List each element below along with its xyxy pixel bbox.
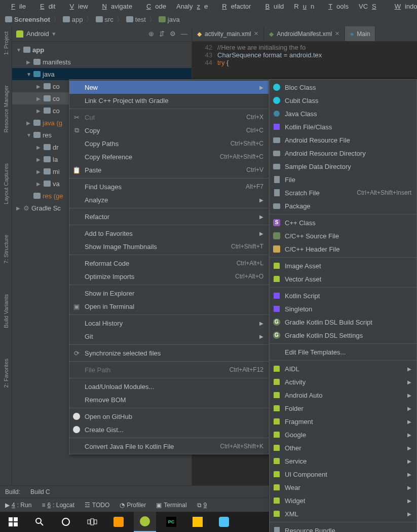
menu-run[interactable]: Run [290,2,318,11]
cortana-button[interactable] [55,512,77,532]
ctx-item-6[interactable]: Copy ReferenceCtrl+Alt+Shift+C [69,150,269,163]
new-item-18[interactable]: Kotlin Script [270,289,416,302]
tool-logcat[interactable]: ≡ 6: Logcat [42,502,74,509]
ctx-item-18[interactable]: Optimize ImportsCtrl+Alt+O [69,270,269,283]
ctx-item-23[interactable]: Local History▶ [69,316,269,330]
tab-manifest[interactable]: ◆AndroidManifest.xml✕ [264,26,345,41]
chevron-down-icon[interactable]: ▾ [52,30,56,38]
target-icon[interactable]: ⊕ [148,30,154,38]
tree-app[interactable]: ▼app [12,44,192,56]
tab-main[interactable]: ●Main [345,26,375,41]
ctx-item-21[interactable]: ▣Open in Terminal [69,300,269,313]
ctx-item-34[interactable]: Create Gist... [69,423,269,436]
ctx-item-20[interactable]: Show in Explorer [69,287,269,300]
ctx-item-17[interactable]: Reformat CodeCtrl+Alt+L [69,257,269,270]
new-item-38[interactable]: Resource Bundle [270,524,416,532]
rail-structure[interactable]: 7: Structure [3,235,9,264]
new-item-27[interactable]: Android Auto▶ [270,388,416,402]
search-button[interactable] [28,512,51,532]
new-item-13[interactable]: C/C++ Header File [270,242,416,256]
rail-project[interactable]: 1: Project [3,31,9,55]
ctx-item-12[interactable]: Refactor▶ [69,210,269,223]
ctx-item-5[interactable]: Copy PathsCtrl+Shift+C [69,137,269,150]
bc-java[interactable]: java [159,16,180,23]
menu-build[interactable]: Build [257,2,288,11]
bc-test[interactable]: test [126,16,146,23]
new-item-16[interactable]: Vector Asset [270,272,416,286]
new-item-3[interactable]: Kotlin File/Class [270,120,416,133]
tab-activity-main[interactable]: ◆activity_main.xml✕ [192,26,264,41]
new-item-12[interactable]: C/C++ Source File [270,229,416,242]
tool-terminal[interactable]: ▣ Terminal [156,502,186,509]
ctx-item-7[interactable]: 📋PasteCtrl+V [69,163,269,176]
new-item-20[interactable]: GGradle Kotlin DSL Build Script [270,315,416,329]
bc-src[interactable]: src [96,16,113,23]
ctx-item-31[interactable]: Remove BOM [69,393,269,406]
gear-icon[interactable]: ⚙ [170,30,176,38]
rail-favorites[interactable]: 2: Favorites [3,359,9,387]
ctx-item-33[interactable]: Open on GitHub [69,410,269,423]
start-button[interactable] [2,512,24,532]
new-item-26[interactable]: Activity▶ [270,375,416,388]
ctx-item-15[interactable]: Show Image ThumbnailsCtrl+Shift+T [69,240,269,253]
panel-title[interactable]: Android [26,30,49,38]
ctx-item-24[interactable]: Git▶ [69,330,269,343]
build-sync-tab[interactable]: Build C [30,488,50,495]
tool-profiler[interactable]: ◔ Profiler [120,502,146,509]
taskbar-pycharm[interactable]: PC [160,512,182,532]
new-item-34[interactable]: Wear▶ [270,481,416,494]
ctx-item-1[interactable]: Link C++ Project with Gradle [69,94,269,107]
menu-view[interactable]: View [61,2,92,11]
sort-icon[interactable]: ⇵ [159,30,165,38]
menu-edit[interactable]: Edit [32,2,59,11]
bc-screenshot[interactable]: Screenshot [5,16,50,23]
new-item-15[interactable]: Image Asset [270,259,416,272]
tool-run[interactable]: ▶ 4: Run [5,502,31,509]
menu-code[interactable]: Code [138,2,170,11]
tree-java[interactable]: ▼java [12,68,192,80]
new-item-11[interactable]: SC++ Class [270,216,416,229]
new-item-7[interactable]: File [270,173,416,186]
taskbar-sublime[interactable] [107,512,130,532]
new-item-31[interactable]: Other▶ [270,441,416,454]
rail-build-variants[interactable]: Build Variants [3,294,9,328]
new-item-30[interactable]: Google▶ [270,428,416,441]
ctx-item-14[interactable]: Add to Favorites▶ [69,227,269,240]
menu-file[interactable]: File [3,2,30,11]
new-item-4[interactable]: Android Resource File [270,133,416,147]
ctx-item-26[interactable]: ⟳Synchronize selected files [69,346,269,360]
ctx-item-3[interactable]: ✂CutCtrl+X [69,111,269,124]
new-item-36[interactable]: XML▶ [270,507,416,520]
new-item-28[interactable]: Folder▶ [270,402,416,415]
menu-navigate[interactable]: Navigate [94,2,136,11]
tool-9[interactable]: ⧉ 9 [197,502,207,509]
rail-resource-manager[interactable]: Resource Manager [3,85,9,133]
taskbar-android-studio[interactable] [134,512,156,532]
ctx-item-30[interactable]: Load/Unload Modules... [69,380,269,393]
new-item-6[interactable]: Sample Data Directory [270,160,416,173]
taskview-button[interactable] [81,512,103,532]
ctx-item-9[interactable]: Find UsagesAlt+F7 [69,180,269,193]
new-item-2[interactable]: Java Class [270,107,416,120]
new-item-19[interactable]: Singleton [270,302,416,315]
menu-analyze[interactable]: Analyze [172,2,212,11]
bc-app[interactable]: app [63,16,83,23]
new-item-25[interactable]: AIDL▶ [270,362,416,375]
new-item-35[interactable]: Widget▶ [270,494,416,507]
new-item-29[interactable]: Fragment▶ [270,415,416,428]
rail-layout-captures[interactable]: Layout Captures [3,163,9,204]
tool-todo[interactable]: ☲ TODO [85,502,109,509]
new-item-23[interactable]: Edit File Templates... [270,345,416,359]
ctx-item-36[interactable]: Convert Java File to Kotlin FileCtrl+Alt… [69,440,269,453]
new-item-32[interactable]: Service▶ [270,454,416,468]
new-item-9[interactable]: Package [270,199,416,212]
ctx-item-4[interactable]: ⧉CopyCtrl+C [69,124,269,137]
new-item-0[interactable]: Bloc Class [270,81,416,94]
ctx-item-10[interactable]: Analyze▶ [69,193,269,206]
ctx-item-0[interactable]: New▶ [69,81,269,94]
menu-vcs[interactable]: VCS [355,2,385,11]
minimize-icon[interactable]: — [181,30,187,38]
tree-manifests[interactable]: ▶manifests [12,56,192,68]
close-icon[interactable]: ✕ [335,30,339,37]
new-item-33[interactable]: UI Component▶ [270,468,416,481]
